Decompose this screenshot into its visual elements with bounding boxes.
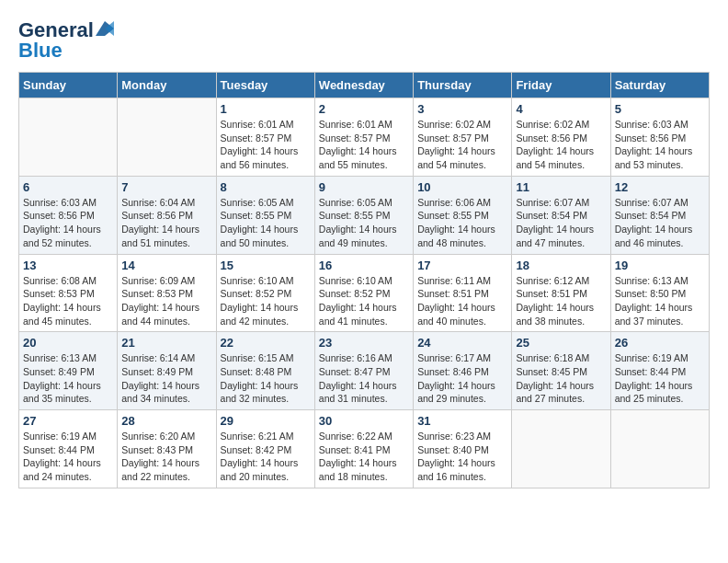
day-info: Sunrise: 6:14 AM Sunset: 8:49 PM Dayligh… (121, 351, 211, 406)
day-info: Sunrise: 6:13 AM Sunset: 8:49 PM Dayligh… (23, 351, 113, 406)
calendar-cell: 5Sunrise: 6:03 AM Sunset: 8:56 PM Daylig… (610, 98, 709, 177)
calendar-cell: 30Sunrise: 6:22 AM Sunset: 8:41 PM Dayli… (314, 410, 413, 488)
calendar-cell: 2Sunrise: 6:01 AM Sunset: 8:57 PM Daylig… (314, 98, 413, 177)
day-info: Sunrise: 6:13 AM Sunset: 8:50 PM Dayligh… (615, 274, 705, 328)
day-info: Sunrise: 6:07 AM Sunset: 8:54 PM Dayligh… (615, 196, 705, 250)
calendar-cell: 31Sunrise: 6:23 AM Sunset: 8:40 PM Dayli… (414, 410, 512, 488)
day-number: 31 (417, 414, 507, 428)
calendar-cell: 29Sunrise: 6:21 AM Sunset: 8:42 PM Dayli… (216, 410, 314, 488)
calendar-week-row: 13Sunrise: 6:08 AM Sunset: 8:53 PM Dayli… (19, 254, 710, 332)
day-number: 30 (319, 414, 409, 428)
calendar-cell: 23Sunrise: 6:16 AM Sunset: 8:47 PM Dayli… (314, 332, 413, 410)
day-info: Sunrise: 6:16 AM Sunset: 8:47 PM Dayligh… (319, 351, 409, 406)
weekday-header: Saturday (610, 73, 709, 98)
weekday-header: Thursday (414, 73, 512, 98)
day-info: Sunrise: 6:04 AM Sunset: 8:56 PM Dayligh… (121, 196, 211, 250)
logo-blue-text: Blue (18, 39, 63, 63)
weekday-header: Monday (118, 73, 216, 98)
day-number: 28 (121, 414, 211, 428)
day-number: 15 (221, 259, 311, 272)
day-info: Sunrise: 6:23 AM Sunset: 8:40 PM Dayligh… (417, 430, 507, 484)
logo-icon (96, 21, 114, 36)
calendar-cell: 17Sunrise: 6:11 AM Sunset: 8:51 PM Dayli… (414, 254, 512, 332)
day-number: 9 (319, 180, 409, 194)
calendar-cell: 16Sunrise: 6:10 AM Sunset: 8:52 PM Dayli… (314, 254, 413, 332)
logo: General Blue (18, 18, 114, 63)
calendar-cell: 4Sunrise: 6:02 AM Sunset: 8:56 PM Daylig… (512, 98, 610, 177)
day-info: Sunrise: 6:10 AM Sunset: 8:52 PM Dayligh… (319, 274, 409, 328)
calendar-cell: 14Sunrise: 6:09 AM Sunset: 8:53 PM Dayli… (118, 254, 216, 332)
calendar-cell: 13Sunrise: 6:08 AM Sunset: 8:53 PM Dayli… (19, 254, 118, 332)
day-info: Sunrise: 6:15 AM Sunset: 8:48 PM Dayligh… (221, 351, 311, 406)
calendar-cell (610, 410, 709, 488)
day-number: 17 (417, 259, 507, 272)
day-number: 23 (319, 336, 409, 350)
calendar-cell (512, 410, 610, 488)
day-number: 10 (417, 180, 507, 194)
day-info: Sunrise: 6:03 AM Sunset: 8:56 PM Dayligh… (23, 196, 113, 250)
calendar-cell: 8Sunrise: 6:05 AM Sunset: 8:55 PM Daylig… (216, 176, 314, 254)
day-number: 8 (221, 180, 311, 194)
day-info: Sunrise: 6:20 AM Sunset: 8:43 PM Dayligh… (121, 430, 211, 484)
day-info: Sunrise: 6:07 AM Sunset: 8:54 PM Dayligh… (516, 196, 606, 250)
calendar-cell (118, 98, 216, 177)
day-info: Sunrise: 6:09 AM Sunset: 8:53 PM Dayligh… (121, 274, 211, 328)
day-info: Sunrise: 6:19 AM Sunset: 8:44 PM Dayligh… (23, 430, 113, 484)
calendar-cell (19, 98, 118, 177)
day-number: 14 (121, 259, 211, 272)
calendar-cell: 26Sunrise: 6:19 AM Sunset: 8:44 PM Dayli… (610, 332, 709, 410)
day-number: 21 (121, 336, 211, 350)
day-info: Sunrise: 6:05 AM Sunset: 8:55 PM Dayligh… (319, 196, 409, 250)
day-number: 24 (417, 336, 507, 350)
day-info: Sunrise: 6:02 AM Sunset: 8:57 PM Dayligh… (417, 118, 507, 172)
day-number: 11 (516, 180, 606, 194)
calendar-cell: 9Sunrise: 6:05 AM Sunset: 8:55 PM Daylig… (314, 176, 413, 254)
calendar-cell: 3Sunrise: 6:02 AM Sunset: 8:57 PM Daylig… (414, 98, 512, 177)
calendar-cell: 24Sunrise: 6:17 AM Sunset: 8:46 PM Dayli… (414, 332, 512, 410)
day-number: 13 (23, 259, 113, 272)
weekday-header: Friday (512, 73, 610, 98)
day-number: 25 (516, 336, 606, 350)
calendar-header-row: SundayMondayTuesdayWednesdayThursdayFrid… (19, 73, 710, 98)
calendar-cell: 21Sunrise: 6:14 AM Sunset: 8:49 PM Dayli… (118, 332, 216, 410)
day-info: Sunrise: 6:05 AM Sunset: 8:55 PM Dayligh… (221, 196, 311, 250)
day-number: 6 (23, 180, 113, 194)
day-info: Sunrise: 6:19 AM Sunset: 8:44 PM Dayligh… (615, 351, 705, 406)
calendar-cell: 7Sunrise: 6:04 AM Sunset: 8:56 PM Daylig… (118, 176, 216, 254)
weekday-header: Sunday (19, 73, 118, 98)
day-info: Sunrise: 6:22 AM Sunset: 8:41 PM Dayligh… (319, 430, 409, 484)
page-header: General Blue (18, 18, 710, 63)
day-info: Sunrise: 6:21 AM Sunset: 8:42 PM Dayligh… (221, 430, 311, 484)
calendar-cell: 19Sunrise: 6:13 AM Sunset: 8:50 PM Dayli… (610, 254, 709, 332)
day-number: 5 (615, 102, 705, 116)
day-number: 27 (23, 414, 113, 428)
weekday-header: Wednesday (314, 73, 413, 98)
day-number: 3 (417, 102, 507, 116)
calendar-cell: 18Sunrise: 6:12 AM Sunset: 8:51 PM Dayli… (512, 254, 610, 332)
calendar-week-row: 27Sunrise: 6:19 AM Sunset: 8:44 PM Dayli… (19, 410, 710, 488)
day-info: Sunrise: 6:01 AM Sunset: 8:57 PM Dayligh… (221, 118, 311, 172)
day-number: 19 (615, 259, 705, 272)
day-info: Sunrise: 6:17 AM Sunset: 8:46 PM Dayligh… (417, 351, 507, 406)
day-number: 22 (221, 336, 311, 350)
calendar-cell: 22Sunrise: 6:15 AM Sunset: 8:48 PM Dayli… (216, 332, 314, 410)
calendar-cell: 6Sunrise: 6:03 AM Sunset: 8:56 PM Daylig… (19, 176, 118, 254)
day-number: 2 (319, 102, 409, 116)
day-info: Sunrise: 6:10 AM Sunset: 8:52 PM Dayligh… (221, 274, 311, 328)
day-info: Sunrise: 6:01 AM Sunset: 8:57 PM Dayligh… (319, 118, 409, 172)
calendar-cell: 11Sunrise: 6:07 AM Sunset: 8:54 PM Dayli… (512, 176, 610, 254)
calendar-cell: 1Sunrise: 6:01 AM Sunset: 8:57 PM Daylig… (216, 98, 314, 177)
day-number: 16 (319, 259, 409, 272)
day-info: Sunrise: 6:02 AM Sunset: 8:56 PM Dayligh… (516, 118, 606, 172)
calendar-week-row: 1Sunrise: 6:01 AM Sunset: 8:57 PM Daylig… (19, 98, 710, 177)
day-info: Sunrise: 6:12 AM Sunset: 8:51 PM Dayligh… (516, 274, 606, 328)
calendar-cell: 12Sunrise: 6:07 AM Sunset: 8:54 PM Dayli… (610, 176, 709, 254)
day-number: 20 (23, 336, 113, 350)
calendar-table: SundayMondayTuesdayWednesdayThursdayFrid… (18, 72, 710, 488)
day-number: 1 (221, 102, 311, 116)
day-number: 7 (121, 180, 211, 194)
calendar-week-row: 6Sunrise: 6:03 AM Sunset: 8:56 PM Daylig… (19, 176, 710, 254)
day-number: 12 (615, 180, 705, 194)
day-info: Sunrise: 6:18 AM Sunset: 8:45 PM Dayligh… (516, 351, 606, 406)
calendar-cell: 28Sunrise: 6:20 AM Sunset: 8:43 PM Dayli… (118, 410, 216, 488)
